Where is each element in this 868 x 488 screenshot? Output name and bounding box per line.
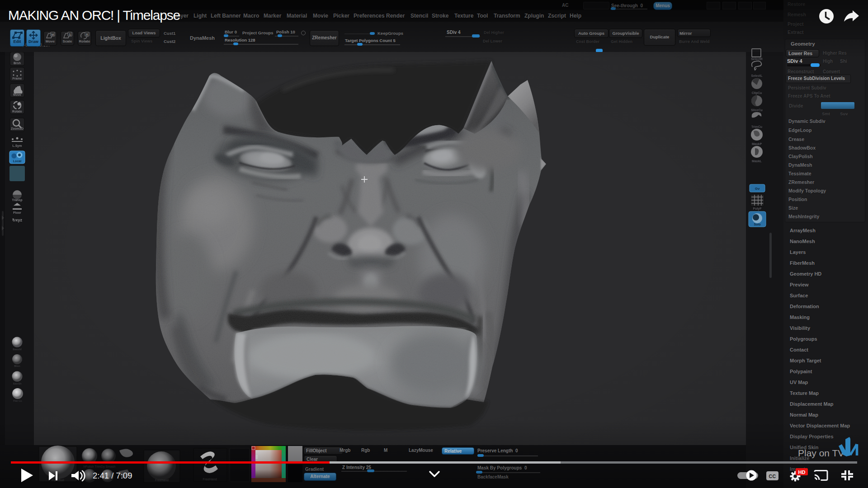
svg-text:Move: Move <box>13 93 21 96</box>
svg-text:MaskP: MaskP <box>752 142 762 145</box>
svg-text:Flat Co: Flat Co <box>13 399 22 402</box>
svg-text:SliceCu: SliceCu <box>751 108 763 112</box>
svg-text:MaskL: MaskL <box>752 160 762 163</box>
svg-text:Brsh: Brsh <box>14 61 21 65</box>
svg-text:PolyF: PolyF <box>753 207 762 211</box>
svg-text:BasicM: BasicM <box>13 348 22 351</box>
svg-text:ClipCu: ClipCu <box>752 91 762 95</box>
svg-text:Zoom3D: Zoom3D <box>11 127 24 130</box>
svg-text:↻xyz: ↻xyz <box>12 218 23 222</box>
svg-text:Local: Local <box>13 160 21 163</box>
svg-text:CC: CC <box>769 474 776 479</box>
svg-text:SkinSh: SkinSh <box>13 382 21 385</box>
svg-text:Blinn: Blinn <box>14 365 20 367</box>
svg-text:Gv: Gv <box>755 187 760 191</box>
svg-text:Transp: Transp <box>12 198 23 202</box>
svg-text:Frame: Frame <box>12 77 22 80</box>
svg-text:Rotate: Rotate <box>12 110 22 113</box>
svg-text:SelectL: SelectL <box>751 74 763 77</box>
svg-text:L.Sym: L.Sym <box>12 144 22 148</box>
svg-text:HD: HD <box>798 469 806 475</box>
svg-text:Solo: Solo <box>754 223 760 226</box>
svg-text:Floor: Floor <box>13 211 21 214</box>
svg-text:TrimCu: TrimCu <box>751 125 762 128</box>
